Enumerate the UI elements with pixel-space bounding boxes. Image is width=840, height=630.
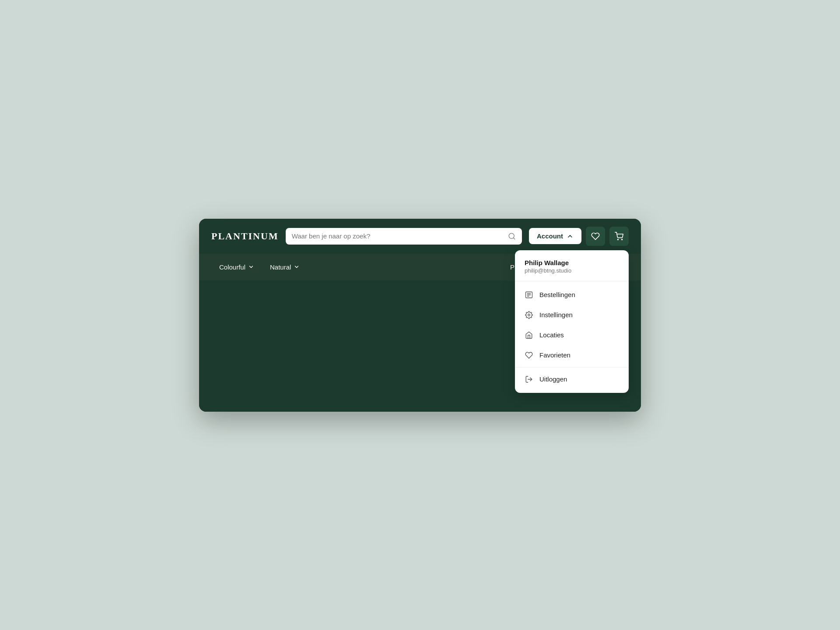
logout-icon	[525, 375, 533, 384]
settings-icon	[525, 311, 533, 319]
nav-item-natural[interactable]: Natural	[262, 260, 308, 274]
account-label: Account	[537, 232, 563, 240]
dropdown-item-favorites[interactable]: Favorieten	[515, 345, 629, 365]
header: PLANTINUM Account	[199, 219, 641, 254]
search-input[interactable]	[292, 232, 504, 240]
logout-label: Uitloggen	[539, 375, 567, 383]
dropdown-menu: Bestellingen Instellingen	[515, 281, 629, 393]
orders-label: Bestellingen	[539, 291, 575, 298]
svg-point-2	[618, 239, 619, 240]
cart-icon	[615, 232, 623, 241]
search-bar[interactable]	[286, 228, 522, 245]
brand-logo[interactable]: PLANTINUM	[211, 231, 279, 242]
chevron-down-icon-2	[294, 264, 300, 270]
svg-point-8	[528, 314, 530, 316]
wishlist-button[interactable]	[586, 227, 605, 246]
account-button[interactable]: Account	[529, 228, 581, 244]
chevron-up-icon	[567, 233, 574, 240]
favorites-icon	[525, 351, 533, 360]
dropdown-item-logout[interactable]: Uitloggen	[515, 369, 629, 389]
dropdown-divider	[515, 367, 629, 368]
nav-label-natural: Natural	[270, 263, 291, 271]
dropdown-user-info: Philip Wallage philip@btng.studio	[515, 250, 629, 281]
chevron-down-icon	[248, 264, 254, 270]
settings-label: Instellingen	[539, 311, 573, 318]
header-actions: Account	[529, 227, 629, 246]
orders-icon	[525, 290, 533, 299]
account-dropdown: Philip Wallage philip@btng.studio Bestel…	[515, 250, 629, 393]
favorites-label: Favorieten	[539, 351, 570, 359]
cart-button[interactable]	[609, 227, 629, 246]
locations-icon	[525, 331, 533, 340]
nav-label-colourful: Colourful	[219, 263, 245, 271]
svg-line-1	[513, 238, 514, 239]
dropdown-item-settings[interactable]: Instellingen	[515, 305, 629, 325]
browser-window: PLANTINUM Account	[199, 219, 641, 412]
search-icon	[508, 232, 516, 240]
svg-point-3	[622, 239, 623, 240]
dropdown-item-locations[interactable]: Locaties	[515, 325, 629, 345]
locations-label: Locaties	[539, 331, 564, 339]
dropdown-item-orders[interactable]: Bestellingen	[515, 285, 629, 305]
nav-item-colourful[interactable]: Colourful	[211, 260, 262, 274]
user-email: philip@btng.studio	[525, 267, 619, 274]
user-name: Philip Wallage	[525, 259, 619, 266]
heart-icon	[591, 232, 600, 241]
